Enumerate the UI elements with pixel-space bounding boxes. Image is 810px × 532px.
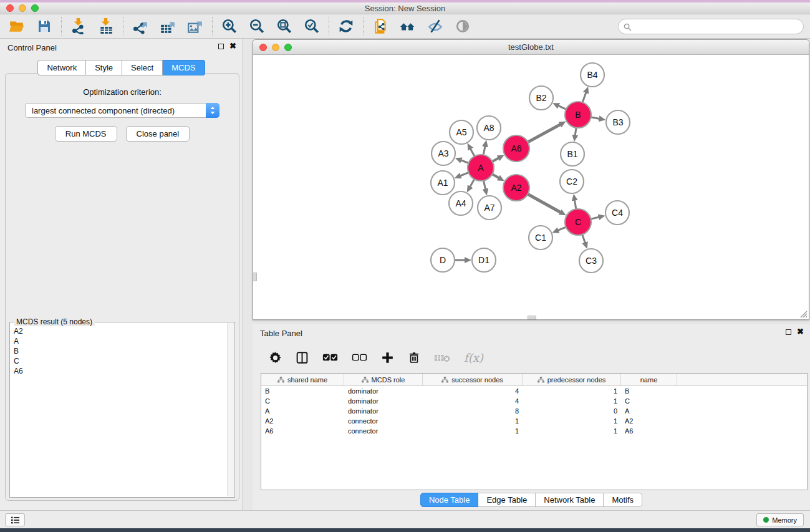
search-input[interactable] <box>618 19 804 34</box>
column-header-predecessor-nodes[interactable]: predecessor nodes <box>523 374 621 385</box>
hide-graphics-details-icon[interactable] <box>427 18 443 34</box>
graph-node-A8[interactable]: A8 <box>477 116 501 140</box>
table-row[interactable]: Bdominator41B <box>261 386 807 396</box>
tab-edge-table[interactable]: Edge Table <box>478 493 536 507</box>
graph-node-D1[interactable]: D1 <box>472 248 496 272</box>
edge-A2-C[interactable] <box>527 193 561 212</box>
import-table-icon[interactable] <box>98 18 114 34</box>
vertical-scroll-thumb[interactable] <box>253 273 257 281</box>
table-row[interactable]: Cdominator41C <box>261 396 807 406</box>
show-graphics-details-icon[interactable] <box>455 18 471 34</box>
tab-style[interactable]: Style <box>86 60 122 75</box>
graph-node-A6[interactable]: A6 <box>503 135 529 162</box>
column-view-icon[interactable] <box>296 351 309 364</box>
graph-node-A2[interactable]: A2 <box>503 175 529 201</box>
table-cell[interactable]: C <box>261 397 344 405</box>
table-cell[interactable]: B <box>261 387 344 395</box>
graph-node-C2[interactable]: C2 <box>560 170 584 193</box>
graph-node-C3[interactable]: C3 <box>579 249 603 273</box>
export-image-icon[interactable] <box>187 18 203 34</box>
graph-node-A4[interactable]: A4 <box>449 191 473 215</box>
graph-node-B3[interactable]: B3 <box>606 110 630 134</box>
zoom-in-icon[interactable] <box>221 18 238 34</box>
tab-network-table[interactable]: Network Table <box>536 493 604 507</box>
table-cell[interactable]: 4 <box>423 397 523 405</box>
table-cell[interactable]: A6 <box>621 427 677 435</box>
result-item[interactable]: A <box>14 336 227 346</box>
select-all-icon[interactable] <box>322 352 338 362</box>
graph-node-A5[interactable]: A5 <box>450 120 473 144</box>
function-builder-icon[interactable]: f(x) <box>464 351 483 364</box>
table-cell[interactable]: dominator <box>344 407 423 415</box>
network-window-titlebar[interactable]: testGlobe.txt <box>253 40 809 55</box>
table-cell[interactable]: A2 <box>261 417 344 425</box>
table-cell[interactable]: A2 <box>621 417 677 425</box>
column-header-name[interactable]: name <box>621 374 677 385</box>
table-cell[interactable]: B <box>621 387 677 395</box>
close-table-panel-icon[interactable]: ✖ <box>797 329 804 335</box>
table-cell[interactable]: 1 <box>523 427 621 435</box>
graph-node-D[interactable]: D <box>431 248 455 272</box>
result-item[interactable]: A2 <box>14 326 227 336</box>
edge-A6-B[interactable] <box>527 124 561 143</box>
zoom-out-icon[interactable] <box>249 18 265 34</box>
table-cell[interactable]: connector <box>344 427 423 435</box>
table-cell[interactable]: 1 <box>423 427 523 435</box>
graph-node-A1[interactable]: A1 <box>431 171 455 195</box>
tab-mcds[interactable]: MCDS <box>163 60 205 75</box>
graph-node-B4[interactable]: B4 <box>581 63 604 87</box>
graph-node-B[interactable]: B <box>565 102 591 128</box>
close-panel-button[interactable]: Close panel <box>126 126 190 142</box>
tab-node-table[interactable]: Node Table <box>420 493 479 507</box>
delete-column-icon[interactable] <box>408 351 420 364</box>
table-cell[interactable]: connector <box>344 417 423 425</box>
criterion-select[interactable]: largest connected component (directed) <box>25 103 219 118</box>
graph-node-A7[interactable]: A7 <box>478 196 501 220</box>
graph-node-A3[interactable]: A3 <box>432 142 455 165</box>
delete-table-icon[interactable] <box>434 352 450 363</box>
tab-network[interactable]: Network <box>37 60 86 75</box>
task-history-button[interactable] <box>5 513 25 526</box>
column-header-shared-name[interactable]: shared name <box>261 374 344 385</box>
network-canvas[interactable]: AA1A2A3A4A5A6A7A8BB1B2B3B4CC1C2C3C4DD1 <box>253 55 809 319</box>
table-cell[interactable]: 8 <box>423 407 523 415</box>
float-panel-icon[interactable] <box>218 44 224 49</box>
open-session-icon[interactable] <box>9 18 25 34</box>
save-session-icon[interactable] <box>36 18 52 34</box>
export-table-icon[interactable] <box>160 18 176 34</box>
table-row[interactable]: Adominator80A <box>261 406 807 416</box>
column-header-MCDS-role[interactable]: MCDS role <box>344 374 423 385</box>
memory-button[interactable]: Memory <box>756 513 804 526</box>
home-layout-icon[interactable] <box>400 18 416 34</box>
table-cell[interactable]: A <box>261 407 344 415</box>
settings-gear-icon[interactable] <box>269 351 282 364</box>
graph-node-C4[interactable]: C4 <box>605 201 629 225</box>
zoom-selected-icon[interactable] <box>304 18 320 34</box>
table-cell[interactable]: dominator <box>344 387 423 395</box>
table-cell[interactable]: A6 <box>261 427 344 435</box>
table-cell[interactable]: 4 <box>423 387 523 395</box>
resize-grip-icon[interactable] <box>799 309 808 318</box>
result-item[interactable]: C <box>14 356 227 366</box>
result-item[interactable]: A6 <box>14 366 227 376</box>
graph-node-A[interactable]: A <box>468 155 494 181</box>
refresh-icon[interactable] <box>338 18 354 34</box>
float-table-panel-icon[interactable] <box>786 329 791 335</box>
table-cell[interactable]: 1 <box>523 387 621 395</box>
tab-motifs[interactable]: Motifs <box>604 493 642 507</box>
graph-node-B1[interactable]: B1 <box>561 142 584 166</box>
export-network-icon[interactable] <box>132 18 148 34</box>
graph-node-C1[interactable]: C1 <box>529 226 552 249</box>
table-row[interactable]: A6connector11A6 <box>261 426 807 436</box>
close-panel-icon[interactable]: ✖ <box>229 43 236 49</box>
column-header-successor-nodes[interactable]: successor nodes <box>423 374 523 385</box>
table-cell[interactable]: 1 <box>523 417 621 425</box>
table-cell[interactable]: dominator <box>344 397 423 405</box>
unselect-all-icon[interactable] <box>352 352 367 362</box>
result-scrollbar[interactable] <box>227 323 234 496</box>
add-column-icon[interactable] <box>381 351 394 364</box>
tab-select[interactable]: Select <box>122 60 163 75</box>
network-graph[interactable]: AA1A2A3A4A5A6A7A8BB1B2B3B4CC1C2C3C4DD1 <box>253 55 809 319</box>
zoom-fit-icon[interactable] <box>276 18 292 34</box>
result-item[interactable]: B <box>14 346 227 356</box>
